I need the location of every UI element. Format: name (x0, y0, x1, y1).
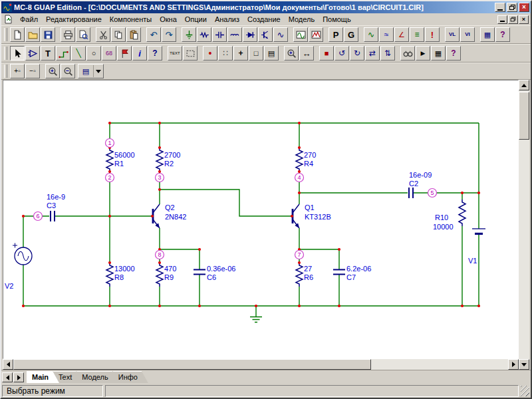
node-numbers-button[interactable]: 68 (102, 46, 116, 61)
component-mode-button[interactable] (25, 46, 40, 61)
scroll-up-button[interactable] (519, 80, 529, 90)
menu-analysis[interactable]: Анализ (211, 14, 243, 25)
text-mode-button[interactable]: T (41, 46, 55, 61)
pin-connections-button[interactable]: • (203, 46, 217, 61)
circuit-wires[interactable] (23, 123, 479, 317)
help-mode-button[interactable]: ? (148, 46, 162, 61)
resize-grip[interactable] (521, 386, 529, 396)
label-R4-line0[interactable]: 270 (304, 151, 316, 159)
restore-button[interactable] (507, 3, 517, 12)
zoom-window-button[interactable] (284, 46, 299, 61)
text-box-button[interactable]: TEXT (168, 46, 182, 61)
minimize-button[interactable] (495, 3, 505, 12)
label-R6-line1[interactable]: R6 (304, 273, 313, 281)
menu-file[interactable]: Файл (16, 14, 42, 25)
label-R6-line0[interactable]: 27 (304, 265, 312, 273)
resistor-symbols[interactable] (106, 148, 466, 287)
transistor-symbol[interactable] (153, 204, 160, 228)
analysis-window-button[interactable] (293, 27, 308, 42)
title-block-button[interactable]: ▤ (264, 46, 279, 61)
vi-probe-button[interactable]: VI (460, 27, 475, 42)
scroll-right-button[interactable] (508, 359, 519, 370)
label-R4-line1[interactable]: R4 (304, 160, 313, 168)
delete-page-button[interactable]: −▫ (25, 64, 40, 78)
label-V2-line0[interactable]: V2 (5, 282, 13, 290)
label-R1-line0[interactable]: 56000 (114, 151, 135, 159)
transient-analysis-button[interactable]: ∿ (364, 27, 378, 42)
area-select-button[interactable] (183, 46, 198, 61)
menu-design[interactable]: Создание (243, 14, 285, 25)
stop-button[interactable]: ! (425, 27, 440, 42)
cut-button[interactable] (96, 27, 110, 42)
capacitor-component-button[interactable] (212, 27, 227, 42)
label-R9-line0[interactable]: 470 (164, 265, 176, 273)
open-file-button[interactable] (25, 27, 40, 42)
paste-button[interactable] (126, 27, 141, 42)
new-file-button[interactable] (10, 27, 25, 42)
label-C3-line0[interactable]: 16e-9 (47, 193, 65, 201)
context-help-button[interactable]: ? (446, 46, 461, 61)
vl-probe-button[interactable]: VL (445, 27, 460, 42)
sine-source-button[interactable]: ∿ (273, 27, 288, 42)
menu-model[interactable]: Модель (285, 14, 319, 25)
tab-scroll-left-button[interactable] (2, 372, 13, 382)
find-button[interactable] (400, 46, 415, 61)
help-topics-button[interactable]: ? (495, 27, 510, 42)
print-button[interactable] (61, 27, 75, 42)
menu-options[interactable]: Опции (181, 14, 211, 25)
add-page-button[interactable]: +▫ (10, 64, 25, 78)
border-toggle-button[interactable]: □ (249, 46, 263, 61)
child-restore-button[interactable] (508, 15, 518, 24)
print-preview-button[interactable] (76, 27, 90, 42)
crosshair-button[interactable]: + (233, 46, 248, 61)
menu-components[interactable]: Компоненты (106, 14, 156, 25)
dynamic-dc-button[interactable]: ≡ (410, 27, 424, 42)
flip-h-button[interactable]: ⇄ (365, 46, 380, 61)
label-Q1-line1[interactable]: KT312B (305, 213, 331, 221)
select-mode-button[interactable] (10, 46, 25, 61)
transistor-component-button[interactable] (258, 27, 273, 42)
save-button[interactable] (41, 27, 55, 42)
resistor-component-button[interactable] (197, 27, 211, 42)
label-R2-line0[interactable]: 2700 (164, 151, 180, 159)
label-V1-line0[interactable]: V1 (468, 257, 477, 265)
copy-button[interactable] (111, 27, 126, 42)
zoom-out-button[interactable] (61, 64, 75, 78)
label-C3-line1[interactable]: C3 (47, 201, 56, 209)
undo-button[interactable]: ↶ (146, 27, 161, 42)
pan-tool-button[interactable]: ↔ (299, 46, 314, 61)
info-mode-button[interactable]: i (132, 46, 147, 61)
schematic-canvas[interactable]: 1234567856000R12700R2270R416e-9C316e-09C… (3, 80, 519, 359)
label-R1-line1[interactable]: R1 (114, 160, 124, 168)
diagonal-wire-button[interactable]: ╲ (71, 46, 86, 61)
diode-component-button[interactable] (243, 27, 257, 42)
flag-mode-button[interactable] (117, 46, 132, 61)
label-R8-line0[interactable]: 13000 (114, 265, 135, 273)
wire-mode-button[interactable] (56, 46, 70, 61)
flip-v-button[interactable]: ⇅ (380, 46, 395, 61)
inductor-component-button[interactable] (227, 27, 242, 42)
label-Q2-line1[interactable]: 2N842 (165, 213, 186, 221)
rotate-ccw-button[interactable]: ↺ (334, 46, 349, 61)
horizontal-scroll-thumb[interactable] (13, 359, 371, 370)
dc-analysis-button[interactable]: ∠ (394, 27, 409, 42)
close-button[interactable]: × (519, 3, 529, 12)
transistor-symbol[interactable] (293, 204, 299, 228)
menu-edit[interactable]: Редактирование (42, 14, 106, 25)
p-key-button[interactable]: P (329, 27, 343, 42)
grid-scale-select[interactable]: ▤ (78, 64, 104, 78)
menu-windows[interactable]: Окна (156, 14, 181, 25)
label-Q2-line0[interactable]: Q2 (165, 203, 175, 211)
menu-help[interactable]: Помощь (319, 14, 355, 25)
find-next-button[interactable]: ▶ (416, 46, 430, 61)
label-C2-line1[interactable]: C2 (409, 180, 418, 188)
vertical-scroll-thumb[interactable] (519, 92, 529, 140)
sine-source-symbol[interactable] (13, 243, 32, 265)
tab-model[interactable]: Модель (76, 371, 118, 383)
probe-window-button[interactable] (309, 27, 323, 42)
rotate-cw-button[interactable]: ↻ (350, 46, 364, 61)
tab-scroll-right-button[interactable] (13, 372, 24, 382)
ground-component-button[interactable] (182, 27, 196, 42)
child-minimize-button[interactable] (497, 15, 507, 24)
label-R10-line0[interactable]: R10 (435, 213, 448, 221)
